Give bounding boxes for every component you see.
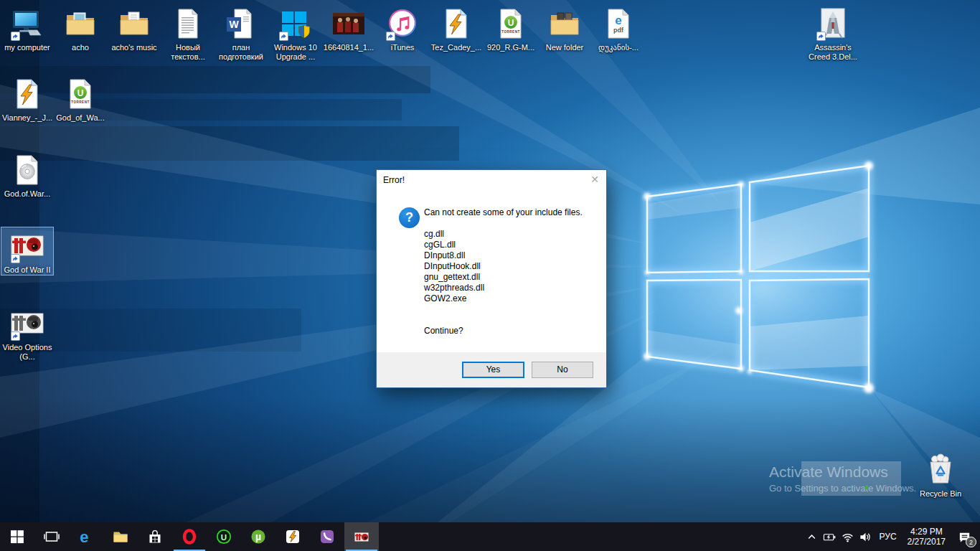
desktop-icon-label: acho's music	[111, 43, 156, 52]
file-list-item: cgGL.dll	[424, 240, 484, 250]
taskbar-button-start[interactable]	[0, 522, 34, 551]
file-list-item: DInput8.dll	[424, 250, 484, 261]
taskbar-button-iobit-uninstaller[interactable]: U	[207, 522, 241, 551]
clock[interactable]: 4:29 PM 2/27/2017	[902, 527, 951, 547]
desktop-icon-my-computer[interactable]: my computer	[1, 4, 54, 53]
desktop-icon-icon-11[interactable]: epdfდუკანის-...	[592, 4, 645, 53]
taskbar-button-winamp[interactable]	[275, 522, 310, 551]
taskbar-button-utorrent[interactable]: µ	[241, 522, 275, 551]
desktop-icon-label: God.of.War...	[4, 189, 50, 199]
svg-text:e: e	[80, 528, 88, 545]
desktop-icon-label: 920_R.G-M...	[487, 43, 534, 52]
desktop-icon-label: Windows 10 Upgrade ...	[270, 43, 321, 62]
desktop-icon-label: Vianney_-_J...	[2, 113, 52, 123]
no-button[interactable]: No	[532, 362, 593, 378]
desktop-icon-label: Tez_Cadey_...	[431, 43, 481, 52]
winampfile-icon	[10, 77, 44, 111]
desktop-icon-label: დუკანის-...	[598, 43, 639, 52]
wifi-icon[interactable]	[839, 522, 857, 551]
textdoc-icon	[171, 6, 205, 41]
desktop-icon-acho-s-music[interactable]: acho's music	[108, 4, 161, 53]
clock-date: 2/27/2017	[908, 537, 946, 547]
system-tray: РУС 4:29 PM 2/27/2017 2	[803, 522, 980, 551]
battery-icon[interactable]	[821, 522, 839, 551]
svg-text:U: U	[221, 533, 227, 542]
taskbar-button-file-explorer[interactable]	[103, 522, 138, 551]
desktop-icon-itunes[interactable]: iTunes	[376, 4, 429, 53]
desktop-icon-label: Recycle Bin	[920, 489, 961, 499]
desktop-icon-label: acho	[72, 43, 89, 52]
desktop-icon-label: iTunes	[391, 43, 415, 52]
desktop-icon-label: my computer	[4, 43, 50, 52]
file-list-item: gnu_gettext.dll	[424, 272, 484, 283]
desktop-icon-label: Video Options (G...	[1, 343, 53, 362]
language-indicator[interactable]: РУС	[875, 532, 902, 542]
win10-icon	[278, 6, 313, 41]
close-icon[interactable]: ✕	[590, 174, 599, 185]
desktop-icon-label: Новый текстов...	[162, 43, 214, 62]
computer-icon	[10, 6, 44, 41]
dialog-message: Can not create some of your include file…	[424, 207, 583, 217]
taskbar-button-edge[interactable]: e	[69, 522, 103, 551]
desktop-icon-tez-cadey[interactable]: Tez_Cadey_...	[430, 4, 483, 53]
file-list-item: w32pthreads.dll	[424, 283, 484, 293]
svg-text:TORRENT: TORRENT	[501, 30, 520, 34]
gow-gray-icon	[10, 306, 44, 341]
file-list-item: DInputHook.dll	[424, 261, 484, 272]
svg-text:W: W	[229, 19, 239, 30]
desktop-icon-god-of-war-ii[interactable]: God of War II	[1, 227, 54, 276]
desktop-icon-label: God_of_Wa...	[56, 113, 104, 123]
folder-paper-icon	[117, 6, 151, 41]
dialog-title: Error!	[383, 175, 405, 185]
taskbar-button-store[interactable]	[138, 522, 172, 551]
folder-photo-icon	[63, 6, 98, 41]
desktop-icon-windows-10-upgrade[interactable]: Windows 10 Upgrade ...	[269, 4, 322, 62]
tooltip-remnant	[801, 461, 901, 496]
desktop-icon-god-of-war[interactable]: God.of.War...	[1, 151, 54, 199]
taskbar-button-task-view[interactable]	[34, 522, 69, 551]
action-center-icon[interactable]: 2	[951, 522, 977, 551]
notification-badge: 2	[966, 537, 976, 547]
desktop-icon-icon-4[interactable]: Wплан подготовкий	[215, 4, 268, 62]
folder-dark-icon	[547, 6, 582, 41]
desktop-icon-label: God of War II	[4, 265, 50, 275]
svg-text:TORRENT: TORRENT	[71, 100, 90, 104]
dialog-prompt: Continue?	[424, 326, 463, 336]
taskbar-button-opera[interactable]	[172, 522, 207, 551]
dialog-footer: Yes No	[377, 352, 606, 387]
question-icon: ?	[399, 207, 420, 228]
desktop-icon-label: план подготовкий	[215, 43, 267, 62]
volume-icon[interactable]	[857, 522, 875, 551]
desktop-icon-920-r-g-m[interactable]: UTORRENT920_R.G-M...	[484, 4, 537, 53]
svg-text:U: U	[77, 88, 84, 98]
clock-time: 4:29 PM	[908, 527, 946, 537]
file-list-item: GOW2.exe	[424, 293, 484, 304]
desktop-icon-vianney-j[interactable]: Vianney_-_J...	[1, 75, 54, 123]
desktop-icon-acho[interactable]: acho	[54, 4, 107, 53]
desktop-icon-16640814-1[interactable]: 16640814_1...	[322, 4, 375, 53]
torrentfile-icon: UTORRENT	[63, 77, 98, 111]
gow-red-icon	[10, 229, 44, 263]
torrentfile-icon: UTORRENT	[494, 6, 528, 41]
error-dialog: Error! ✕ ? Can not create some of your i…	[376, 169, 607, 388]
desktop-icon-new-folder[interactable]: New folder	[538, 4, 591, 53]
hidden-icons-chevron[interactable]	[803, 522, 821, 551]
taskbar-buttons: eUµ	[0, 522, 379, 551]
desktop-icon-god-of-wa[interactable]: UTORRENTGod_of_Wa...	[54, 75, 107, 123]
desktop-icon-label: New folder	[546, 43, 584, 52]
svg-text:e: e	[615, 14, 621, 27]
desktop-icon-assassin-s-creed-3-del[interactable]: Assassin's Creed 3.Del...	[806, 4, 859, 62]
recycle-icon	[923, 453, 958, 487]
svg-text:pdf: pdf	[613, 27, 624, 34]
desktop-icon-recycle-bin[interactable]: Recycle Bin	[914, 451, 967, 499]
yes-button[interactable]: Yes	[462, 362, 524, 378]
desktop-icon-video-options-g[interactable]: Video Options (G...	[1, 304, 54, 362]
desktop-icon-icon-3[interactable]: Новый текстов...	[161, 4, 215, 62]
taskbar-button-viber[interactable]	[310, 522, 344, 551]
desktop-icon-label: Assassin's Creed 3.Del...	[807, 43, 859, 62]
photo-icon	[331, 6, 366, 41]
taskbar: eUµ	[0, 522, 980, 551]
worddoc-icon: W	[224, 6, 258, 41]
taskbar-button-god-of-war-2[interactable]	[344, 522, 379, 551]
svg-text:U: U	[508, 18, 514, 28]
